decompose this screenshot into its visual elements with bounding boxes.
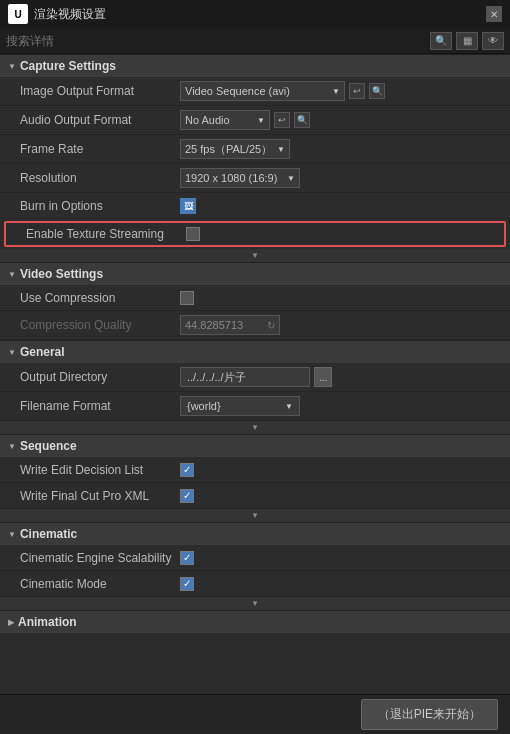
sequence-expand[interactable]: ▼ <box>0 509 510 522</box>
cinematic-mode-checkbox[interactable] <box>180 577 194 591</box>
capture-settings-header[interactable]: ▼ Capture Settings <box>0 54 510 77</box>
enable-texture-streaming-control <box>186 227 496 241</box>
cinematic-engine-scalability-control <box>180 551 502 565</box>
audio-output-format-search[interactable]: 🔍 <box>294 112 310 128</box>
image-output-format-dropdown[interactable]: Video Sequence (avi) ▼ <box>180 81 345 101</box>
title-bar: U 渲染视频设置 ✕ <box>0 0 510 28</box>
write-final-cut-pro-xml-label: Write Final Cut Pro XML <box>20 489 180 503</box>
sequence-header[interactable]: ▼ Sequence <box>0 434 510 457</box>
filename-format-row: Filename Format {world} ▼ <box>0 392 510 421</box>
video-settings-header[interactable]: ▼ Video Settings <box>0 262 510 285</box>
main-content: ▼ Capture Settings Image Output Format V… <box>0 54 510 694</box>
cinematic-engine-scalability-row: Cinematic Engine Scalability <box>0 545 510 571</box>
use-compression-control <box>180 291 502 305</box>
write-final-cut-pro-xml-checkbox[interactable] <box>180 489 194 503</box>
enable-texture-streaming-row: Enable Texture Streaming <box>4 221 506 247</box>
cinematic-label: Cinematic <box>20 527 77 541</box>
title-bar-left: U 渲染视频设置 <box>8 4 106 24</box>
write-edit-decision-list-row: Write Edit Decision List <box>0 457 510 483</box>
cinematic-mode-label: Cinematic Mode <box>20 577 180 591</box>
write-final-cut-pro-xml-control <box>180 489 502 503</box>
frame-rate-row: Frame Rate 25 fps（PAL/25） ▼ <box>0 135 510 164</box>
animation-label: Animation <box>18 615 77 629</box>
image-output-format-search[interactable]: 🔍 <box>369 83 385 99</box>
ue-logo: U <box>8 4 28 24</box>
audio-output-format-row: Audio Output Format No Audio ▼ ↩ 🔍 <box>0 106 510 135</box>
video-settings-label: Video Settings <box>20 267 103 281</box>
output-directory-input[interactable]: ../../../../片子 <box>180 367 310 387</box>
resolution-dropdown[interactable]: 1920 x 1080 (16:9) ▼ <box>180 168 300 188</box>
resolution-row: Resolution 1920 x 1080 (16:9) ▼ <box>0 164 510 193</box>
cinematic-engine-scalability-label: Cinematic Engine Scalability <box>20 551 180 565</box>
general-label: General <box>20 345 65 359</box>
burn-in-options-row: Burn in Options 🖼 <box>0 193 510 219</box>
image-output-format-row: Image Output Format Video Sequence (avi)… <box>0 77 510 106</box>
output-directory-label: Output Directory <box>20 370 180 384</box>
enable-texture-streaming-label: Enable Texture Streaming <box>26 227 186 241</box>
burn-in-options-label: Burn in Options <box>20 199 180 213</box>
filename-format-label: Filename Format <box>20 399 180 413</box>
image-output-format-control: Video Sequence (avi) ▼ ↩ 🔍 <box>180 81 502 101</box>
frame-rate-control: 25 fps（PAL/25） ▼ <box>180 139 502 159</box>
use-compression-checkbox[interactable] <box>180 291 194 305</box>
capture-settings-arrow: ▼ <box>8 62 16 71</box>
eye-icon[interactable]: 👁 <box>482 32 504 50</box>
audio-output-format-control: No Audio ▼ ↩ 🔍 <box>180 110 502 130</box>
start-button[interactable]: （退出PIE来开始） <box>361 699 498 730</box>
image-output-format-label: Image Output Format <box>20 84 180 98</box>
cinematic-expand[interactable]: ▼ <box>0 597 510 610</box>
search-icons: 🔍 ▦ 👁 <box>430 32 504 50</box>
frame-rate-dropdown[interactable]: 25 fps（PAL/25） ▼ <box>180 139 290 159</box>
output-directory-control: ../../../../片子 ... <box>180 367 502 387</box>
search-input[interactable] <box>6 34 426 48</box>
resolution-control: 1920 x 1080 (16:9) ▼ <box>180 168 502 188</box>
audio-output-format-reset[interactable]: ↩ <box>274 112 290 128</box>
sequence-label: Sequence <box>20 439 77 453</box>
search-icon[interactable]: 🔍 <box>430 32 452 50</box>
audio-output-format-dropdown[interactable]: No Audio ▼ <box>180 110 270 130</box>
resolution-label: Resolution <box>20 171 180 185</box>
compression-quality-row: Compression Quality 44.8285713 ↻ <box>0 311 510 340</box>
output-directory-browse[interactable]: ... <box>314 367 332 387</box>
use-compression-label: Use Compression <box>20 291 180 305</box>
compression-quality-refresh[interactable]: ↻ <box>267 320 275 331</box>
burn-in-options-icon[interactable]: 🖼 <box>180 198 196 214</box>
capture-settings-label: Capture Settings <box>20 59 116 73</box>
cinematic-arrow: ▼ <box>8 530 16 539</box>
animation-header[interactable]: ▶ Animation <box>0 610 510 633</box>
write-final-cut-pro-xml-row: Write Final Cut Pro XML <box>0 483 510 509</box>
cinematic-header[interactable]: ▼ Cinematic <box>0 522 510 545</box>
output-directory-row: Output Directory ../../../../片子 ... <box>0 363 510 392</box>
image-output-format-reset[interactable]: ↩ <box>349 83 365 99</box>
grid-view-icon[interactable]: ▦ <box>456 32 478 50</box>
enable-texture-streaming-checkbox[interactable] <box>186 227 200 241</box>
capture-settings-expand[interactable]: ▼ <box>0 249 510 262</box>
animation-arrow: ▶ <box>8 618 14 627</box>
cinematic-mode-row: Cinematic Mode <box>0 571 510 597</box>
general-header[interactable]: ▼ General <box>0 340 510 363</box>
close-button[interactable]: ✕ <box>486 6 502 22</box>
compression-quality-label: Compression Quality <box>20 318 180 332</box>
filename-format-control: {world} ▼ <box>180 396 502 416</box>
compression-quality-input[interactable]: 44.8285713 ↻ <box>180 315 280 335</box>
video-settings-arrow: ▼ <box>8 270 16 279</box>
burn-in-options-control: 🖼 <box>180 198 502 214</box>
compression-quality-control: 44.8285713 ↻ <box>180 315 502 335</box>
cinematic-engine-scalability-checkbox[interactable] <box>180 551 194 565</box>
write-edit-decision-list-control <box>180 463 502 477</box>
write-edit-decision-list-label: Write Edit Decision List <box>20 463 180 477</box>
bottom-bar: （退出PIE来开始） <box>0 694 510 734</box>
write-edit-decision-list-checkbox[interactable] <box>180 463 194 477</box>
general-expand[interactable]: ▼ <box>0 421 510 434</box>
general-arrow: ▼ <box>8 348 16 357</box>
filename-format-input[interactable]: {world} ▼ <box>180 396 300 416</box>
audio-output-format-label: Audio Output Format <box>20 113 180 127</box>
window-title: 渲染视频设置 <box>34 6 106 23</box>
search-bar: 🔍 ▦ 👁 <box>0 28 510 54</box>
cinematic-mode-control <box>180 577 502 591</box>
use-compression-row: Use Compression <box>0 285 510 311</box>
sequence-arrow: ▼ <box>8 442 16 451</box>
frame-rate-label: Frame Rate <box>20 142 180 156</box>
